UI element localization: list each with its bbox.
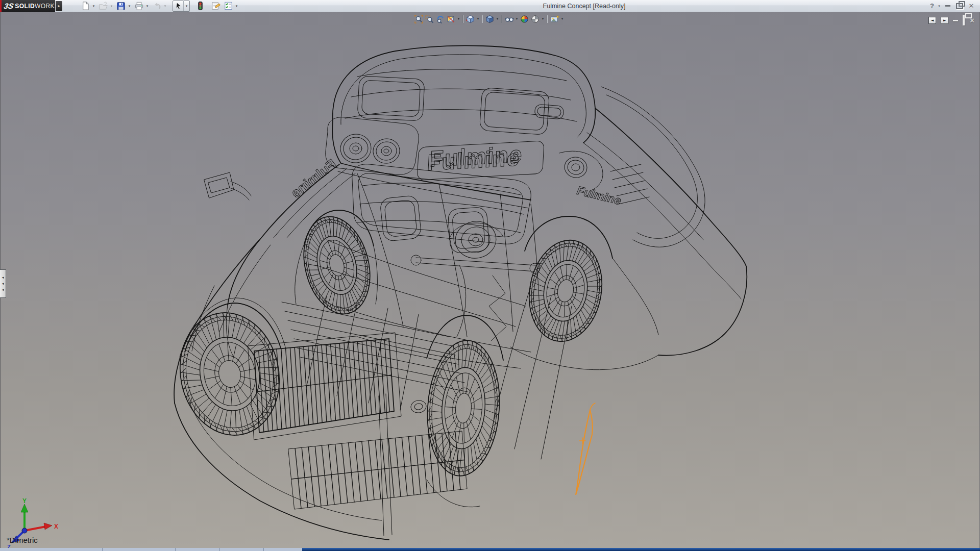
triad-x-label: X <box>54 523 58 530</box>
triad-y-label: Y <box>22 498 27 505</box>
printer-icon <box>134 1 144 11</box>
file-properties-icon <box>211 1 221 11</box>
new-button[interactable] <box>80 1 91 11</box>
toolbar-separator <box>462 15 463 23</box>
zoom-to-fit-button[interactable] <box>413 14 424 24</box>
model-logo-text-left: Fulmine <box>288 156 339 201</box>
apply-scene-dropdown[interactable]: ▾ <box>541 17 545 21</box>
print-button[interactable] <box>133 1 144 11</box>
eyeglasses-icon <box>505 15 514 23</box>
appearance-ball-icon <box>520 15 529 23</box>
view-settings-dropdown[interactable]: ▾ <box>560 17 565 21</box>
edit-appearance-button[interactable] <box>519 14 530 24</box>
view-orientation-icon <box>466 15 475 23</box>
document-restore-button[interactable] <box>963 16 965 25</box>
document-title: Fulmine Concept [Read-only] <box>240 0 928 12</box>
document-minimize-button[interactable] <box>953 20 958 21</box>
open-button[interactable] <box>97 1 109 11</box>
wireframe-model[interactable]: Fulmine Fulmine Fulmine Fulmine <box>0 12 980 548</box>
toolbar-separator <box>547 15 548 23</box>
toolbar-separator <box>482 15 483 23</box>
save-dropdown[interactable]: ▾ <box>127 1 132 11</box>
file-properties-button[interactable] <box>210 1 222 11</box>
view-settings-button[interactable] <box>549 14 560 24</box>
restore-icon <box>963 15 965 26</box>
featuremanager-collapsed-tab[interactable]: ◂ ◂ ◂ <box>0 269 6 298</box>
title-bar: 3S SOLID WORKS ▸ ▾ <box>0 0 980 12</box>
document-window-controls: ◄ ► ✕ <box>928 16 975 25</box>
restore-icon <box>956 3 963 9</box>
graphics-viewport[interactable]: Fulmine Fulmine Fulmine Fulmine <box>0 12 980 548</box>
solidworks-window: 3S SOLID WORKS ▸ ▾ <box>0 0 980 551</box>
previous-view-icon <box>436 15 445 23</box>
panel-arrow-icon: ◂ <box>2 282 4 286</box>
display-style-icon <box>485 15 494 23</box>
view-orientation-label: *Dimetric <box>7 536 38 544</box>
panel-arrow-icon: ◂ <box>2 276 4 280</box>
apply-scene-button[interactable] <box>530 14 541 24</box>
view-orientation-button[interactable] <box>465 14 476 24</box>
panel-arrow-icon: ◂ <box>2 288 4 292</box>
menu-expand-arrow[interactable]: ▸ <box>56 1 62 11</box>
new-dropdown[interactable]: ▾ <box>91 1 96 11</box>
next-document-button[interactable]: ► <box>941 17 948 24</box>
undo-arrow-icon <box>152 1 162 11</box>
section-view-button[interactable] <box>446 14 456 24</box>
select-cursor-icon <box>174 2 183 10</box>
previous-document-button[interactable]: ◄ <box>928 17 936 24</box>
restore-button[interactable] <box>953 1 966 12</box>
undo-dropdown[interactable]: ▾ <box>162 1 168 11</box>
minimize-button[interactable] <box>942 1 953 12</box>
zoom-to-area-icon <box>425 15 434 23</box>
model-logo-text-front-extrude: Fulmine <box>429 141 524 171</box>
help-dropdown[interactable]: ▾ <box>936 1 942 12</box>
section-view-dropdown[interactable]: ▾ <box>456 17 461 21</box>
view-orientation-dropdown[interactable]: ▾ <box>476 17 480 21</box>
rebuild-button[interactable] <box>194 1 206 11</box>
section-view-icon <box>447 15 455 23</box>
hide-show-items-dropdown[interactable]: ▾ <box>514 17 519 21</box>
open-folder-icon <box>99 1 108 11</box>
display-style-button[interactable] <box>484 14 495 24</box>
hide-show-items-button[interactable] <box>504 14 514 24</box>
statusbar-cells <box>0 548 302 551</box>
previous-view-button[interactable] <box>435 14 446 24</box>
options-button[interactable] <box>223 1 234 11</box>
zoom-to-area-button[interactable] <box>424 14 435 24</box>
help-button[interactable]: ? <box>928 1 936 12</box>
solidworks-logo: 3S SOLID WORKS <box>0 0 55 12</box>
standard-toolbar: ▾ ▾ <box>80 1 240 12</box>
headsup-view-toolbar: ▾ ▾ ▾ <box>413 14 565 24</box>
minimize-icon <box>953 20 958 21</box>
taskbar-edge <box>0 548 980 551</box>
brand-solid-text: SOLID <box>15 3 35 10</box>
brand-3s-glyph: 3S <box>3 2 14 10</box>
save-floppy-icon <box>116 2 126 11</box>
save-button[interactable] <box>115 1 127 11</box>
selected-sketch-spline[interactable] <box>576 403 595 495</box>
traffic-light-icon <box>196 1 205 11</box>
select-dropdown[interactable]: ▾ <box>183 1 189 11</box>
display-style-dropdown[interactable]: ▾ <box>495 17 500 21</box>
open-dropdown[interactable]: ▾ <box>109 1 114 11</box>
undo-button[interactable] <box>151 1 162 11</box>
options-checklist-icon <box>224 1 233 11</box>
toolbar-separator <box>501 15 502 23</box>
minimize-icon <box>945 5 950 7</box>
new-document-icon <box>81 1 90 11</box>
window-controls: ? ▾ ✕ <box>928 1 977 12</box>
print-dropdown[interactable]: ▾ <box>144 1 150 11</box>
view-settings-icon <box>550 15 559 23</box>
select-tool-button[interactable]: ▾ <box>173 1 190 12</box>
zoom-to-fit-icon <box>414 15 423 23</box>
close-button[interactable]: ✕ <box>966 1 977 12</box>
apply-scene-icon <box>531 15 540 23</box>
options-dropdown[interactable]: ▾ <box>234 1 239 11</box>
